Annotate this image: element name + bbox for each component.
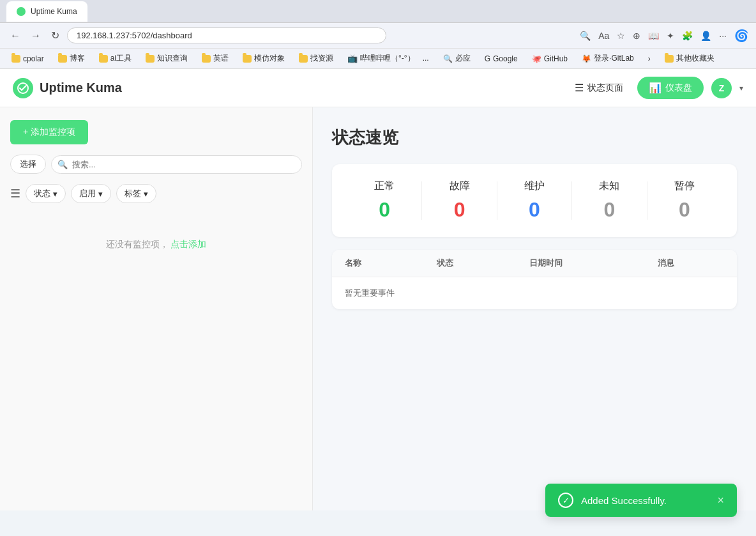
back-button[interactable]: ← [8,27,23,44]
add-monitor-label: + 添加监控项 [23,126,75,138]
bookmarks-bar: cpolar 博客 ai工具 知识查询 英语 模仿对象 找资源 📺 哔哩哔哩（ [0,49,756,69]
search-wrapper: 🔍 [51,155,302,174]
events-table: 名称 状态 日期时间 消息 暂无重要事件 [332,250,737,309]
stat-paused-value: 0 [647,198,722,222]
stat-maintain: 维护 0 [497,180,571,222]
reader-icon[interactable]: Aa [598,31,609,41]
select-button[interactable]: 选择 [10,155,46,174]
dashboard-icon: 📊 [649,82,662,94]
enabled-chevron-icon: ▾ [98,189,103,199]
refresh-button[interactable]: ↻ [49,27,62,44]
dashboard-label: 仪表盘 [665,82,692,94]
search-filter-row: 选择 🔍 [10,155,302,174]
bookmark-blog[interactable]: 博客 [53,52,90,65]
app-body: + 添加监控项 选择 🔍 ☰ 状态 ▾ [0,107,756,510]
extensions-icon[interactable]: 🧩 [682,31,693,41]
search-input[interactable] [51,155,302,174]
address-bar: ← → ↻ 192.168.1.237:5702/dashboard 🔍 Aa … [0,23,756,49]
user-avatar[interactable]: Z [711,78,732,98]
stat-maintain-value: 0 [497,198,571,222]
bookmark-gitlab[interactable]: 🦊 登录·GitLab [577,52,639,65]
toast-close-button[interactable]: × [717,494,724,507]
stat-normal-label: 正常 [347,180,421,193]
stat-fault: 故障 0 [422,180,496,222]
search-icon: 🔍 [57,160,68,169]
stat-fault-label: 故障 [422,180,496,193]
stats-card: 正常 0 故障 0 维护 0 [332,164,737,237]
bookmark-bing[interactable]: 🔍 必应 [438,52,476,65]
col-message: 消息 [645,250,737,277]
filter-menu-icon[interactable]: ☰ [10,187,20,201]
toast-check-icon: ✓ [558,493,573,508]
menu-icon: ☰ [575,82,584,94]
empty-message: 还没有监控项， [106,239,169,249]
bookmark-cpolar[interactable]: cpolar [6,53,49,65]
no-events-message: 暂无重要事件 [332,277,737,310]
status-page-btn[interactable]: ☰ 状态页面 [568,78,630,98]
page-title: 状态速览 [332,126,737,149]
tab-title: Uptime Kuma [31,7,77,16]
url-text: 192.168.1.237:5702/dashboard [77,31,192,40]
sidebar: + 添加监控项 选择 🔍 ☰ 状态 ▾ [0,107,313,510]
user-menu-chevron[interactable]: ▾ [739,84,743,93]
favorites-icon[interactable]: ☆ [617,31,625,41]
bookmark-more[interactable]: › [643,53,656,65]
empty-link[interactable]: 点击添加 [170,239,206,249]
stat-unknown: 未知 0 [572,180,646,222]
toast-notification: ✓ Added Successfully. × [545,484,737,510]
col-status: 状态 [424,250,516,277]
col-name: 名称 [332,250,424,277]
url-bar[interactable]: 192.168.1.237:5702/dashboard [67,27,386,43]
forward-button[interactable]: → [28,27,43,44]
bookmark-bilibili[interactable]: 📺 哔哩哔哩（°-°）ゞ... [342,52,434,65]
status-chevron-icon: ▾ [53,189,57,199]
bookmark-other[interactable]: 其他收藏夹 [660,52,720,65]
bookmark-imitate[interactable]: 模仿对象 [238,52,290,65]
profile-icon[interactable]: 👤 [700,31,711,41]
search-icon[interactable]: 🔍 [580,31,591,41]
stats-row: 正常 0 故障 0 维护 0 [347,180,722,222]
status-page-label: 状态页面 [587,82,623,94]
stat-unknown-label: 未知 [572,180,646,193]
bookmark-resources[interactable]: 找资源 [294,52,338,65]
bookmark-ai[interactable]: ai工具 [94,52,137,65]
filter-enabled-button[interactable]: 启用 ▾ [71,184,111,203]
app-header: Uptime Kuma ☰ 状态页面 📊 仪表盘 Z ▾ [0,69,756,107]
filter-status-button[interactable]: 状态 ▾ [26,184,66,203]
bookmark-english[interactable]: 英语 [197,52,234,65]
reader-view-icon[interactable]: 📖 [648,31,659,41]
add-monitor-button[interactable]: + 添加监控项 [10,120,88,144]
edge-icon: 🌀 [734,29,748,43]
stat-paused: 暂停 0 [647,180,722,222]
app-title: Uptime Kuma [40,80,122,95]
bookmark-google[interactable]: G Google [480,53,523,65]
stat-normal: 正常 0 [347,180,421,222]
bookmark-knowledge[interactable]: 知识查询 [140,52,193,65]
main-content: 状态速览 正常 0 故障 0 [313,107,756,510]
logo-icon [13,78,33,98]
events-card: 名称 状态 日期时间 消息 暂无重要事件 [332,250,737,309]
browser-toolbar: 🔍 Aa ☆ ⊕ 📖 ✦ 🧩 👤 ··· 🌀 [580,29,748,43]
filter-row: ☰ 状态 ▾ 启用 ▾ 标签 ▾ [10,184,302,203]
dashboard-btn[interactable]: 📊 仪表盘 [637,77,704,99]
toast-message: Added Successfully. [581,495,667,506]
more-icon[interactable]: ··· [719,31,727,41]
tab-favicon [17,7,26,16]
collections-icon[interactable]: ⊕ [633,31,640,41]
browser-tab[interactable]: Uptime Kuma [6,1,87,22]
header-right: ☰ 状态页面 📊 仪表盘 Z ▾ [568,77,743,99]
stat-fault-value: 0 [422,198,496,222]
stat-unknown-value: 0 [572,198,646,222]
empty-state: 还没有监控项， 点击添加 [10,213,302,276]
filter-tags-button[interactable]: 标签 ▾ [116,184,156,203]
table-row-empty: 暂无重要事件 [332,277,737,310]
add-favorites-icon[interactable]: ✦ [667,31,674,41]
stat-paused-label: 暂停 [647,180,722,193]
tags-chevron-icon: ▾ [144,189,148,199]
bookmark-github[interactable]: 🐙 GitHub [527,53,573,65]
stat-maintain-label: 维护 [497,180,571,193]
stat-normal-value: 0 [347,198,421,222]
col-datetime: 日期时间 [517,250,645,277]
app-logo: Uptime Kuma [13,78,122,98]
